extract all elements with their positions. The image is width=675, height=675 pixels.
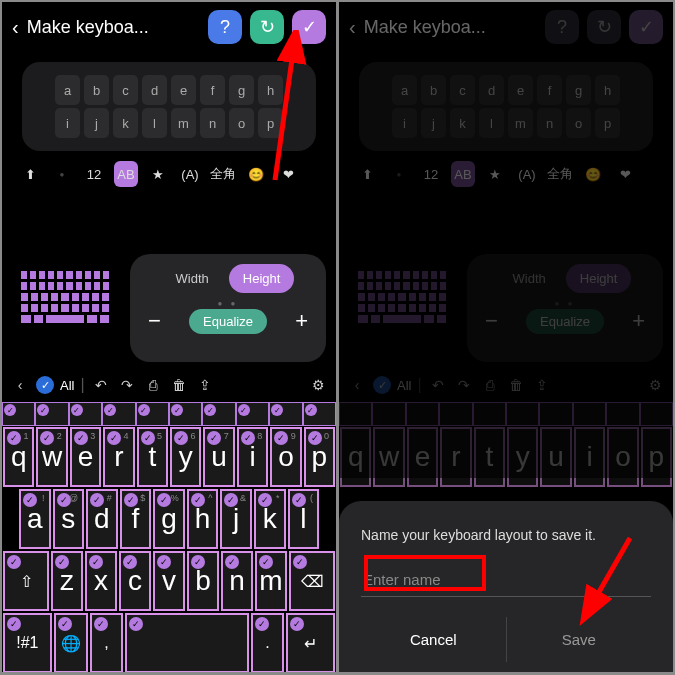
key[interactable]: n bbox=[200, 108, 225, 138]
tab-ab[interactable]: AB bbox=[114, 161, 138, 187]
key[interactable]: i bbox=[55, 108, 80, 138]
key-n[interactable]: ✓n bbox=[221, 551, 253, 611]
key-l[interactable]: ✓(l bbox=[288, 489, 320, 549]
tab-layout[interactable]: ⬆ bbox=[18, 161, 42, 187]
page-dots: ● ● bbox=[140, 299, 316, 308]
numkey[interactable]: ✓ bbox=[303, 402, 336, 426]
key-v[interactable]: ✓v bbox=[153, 551, 185, 611]
tab-star[interactable]: ★ bbox=[146, 161, 170, 187]
key-k[interactable]: ✓*k bbox=[254, 489, 286, 549]
back-icon[interactable]: ‹ bbox=[12, 16, 19, 39]
key-shift[interactable]: ✓⇧ bbox=[3, 551, 49, 611]
adjust-panel: Width Height ● ● − Equalize + bbox=[130, 254, 326, 362]
key-h[interactable]: ✓^h bbox=[187, 489, 219, 549]
key[interactable]: m bbox=[171, 108, 196, 138]
svg-line-1 bbox=[275, 38, 295, 180]
numkey[interactable]: ✓ bbox=[169, 402, 202, 426]
numkey[interactable]: ✓ bbox=[102, 402, 135, 426]
key-c[interactable]: ✓c bbox=[119, 551, 151, 611]
keyboard-toolbar: ‹ ✓ All | ↶ ↷ ⎙ 🗑 ⇪ ⚙ bbox=[2, 368, 336, 402]
select-all-check[interactable]: ✓ bbox=[36, 376, 54, 394]
key-z[interactable]: ✓z bbox=[51, 551, 83, 611]
key[interactable]: b bbox=[84, 75, 109, 105]
tab-paren[interactable]: (A) bbox=[178, 161, 202, 187]
tab-fullwidth[interactable]: 全角 bbox=[210, 161, 236, 187]
key-space[interactable]: ✓ bbox=[125, 613, 248, 672]
key-f[interactable]: ✓$f bbox=[120, 489, 152, 549]
key-y[interactable]: ✓6y bbox=[170, 427, 201, 487]
layout-thumbnail[interactable] bbox=[20, 270, 110, 340]
back-icon[interactable]: ‹ bbox=[10, 377, 30, 393]
dot-icon: ● bbox=[50, 161, 74, 187]
key-enter[interactable]: ✓↵ bbox=[286, 613, 335, 672]
key-g[interactable]: ✓%g bbox=[153, 489, 185, 549]
key-e[interactable]: ✓3e bbox=[70, 427, 101, 487]
key-o[interactable]: ✓9o bbox=[270, 427, 301, 487]
key-backspace[interactable]: ✓⌫ bbox=[289, 551, 335, 611]
num-row: ✓✓✓✓✓✓✓✓✓✓ bbox=[2, 402, 336, 426]
svg-line-3 bbox=[587, 538, 630, 613]
divider: | bbox=[80, 376, 84, 394]
highlight-enter-name bbox=[364, 555, 486, 591]
key[interactable]: j bbox=[84, 108, 109, 138]
keyboard-editor: ‹ ✓ All | ↶ ↷ ⎙ 🗑 ⇪ ⚙ ✓✓✓✓✓✓✓✓✓✓ ✓1q ✓2w… bbox=[2, 368, 336, 672]
key[interactable]: d bbox=[142, 75, 167, 105]
trash-icon[interactable]: 🗑 bbox=[169, 377, 189, 393]
page-title: Make keyboa... bbox=[27, 17, 200, 38]
key-b[interactable]: ✓b bbox=[187, 551, 219, 611]
key[interactable]: a bbox=[55, 75, 80, 105]
key-w[interactable]: ✓2w bbox=[36, 427, 67, 487]
key[interactable]: e bbox=[171, 75, 196, 105]
numkey[interactable]: ✓ bbox=[202, 402, 235, 426]
settings-icon[interactable]: ⚙ bbox=[308, 377, 328, 393]
plus-button[interactable]: + bbox=[295, 308, 308, 334]
arrow-to-save bbox=[575, 528, 645, 628]
key-t[interactable]: ✓5t bbox=[137, 427, 168, 487]
key-x[interactable]: ✓x bbox=[85, 551, 117, 611]
height-tab[interactable]: Height bbox=[229, 264, 295, 293]
arrow-to-confirm bbox=[245, 30, 315, 190]
numkey[interactable]: ✓ bbox=[236, 402, 269, 426]
equalize-button[interactable]: Equalize bbox=[189, 309, 267, 334]
key[interactable]: k bbox=[113, 108, 138, 138]
undo-icon[interactable]: ↶ bbox=[91, 377, 111, 393]
key-m[interactable]: ✓m bbox=[255, 551, 287, 611]
numkey[interactable]: ✓ bbox=[35, 402, 68, 426]
key-s[interactable]: ✓@s bbox=[53, 489, 85, 549]
width-tab[interactable]: Width bbox=[162, 264, 223, 293]
key[interactable]: l bbox=[142, 108, 167, 138]
cancel-button[interactable]: Cancel bbox=[361, 617, 507, 662]
key-globe[interactable]: ✓🌐 bbox=[54, 613, 88, 672]
key-p[interactable]: ✓0p bbox=[304, 427, 335, 487]
select-all-label[interactable]: All bbox=[60, 378, 74, 393]
minus-button[interactable]: − bbox=[148, 308, 161, 334]
tab-12[interactable]: 12 bbox=[82, 161, 106, 187]
numkey[interactable]: ✓ bbox=[2, 402, 35, 426]
key-symbols[interactable]: ✓!#1 bbox=[3, 613, 52, 672]
paste-icon[interactable]: ⎙ bbox=[143, 377, 163, 393]
help-button[interactable]: ? bbox=[208, 10, 242, 44]
key-a[interactable]: ✓!a bbox=[19, 489, 51, 549]
key-d[interactable]: ✓#d bbox=[86, 489, 118, 549]
key-r[interactable]: ✓4r bbox=[103, 427, 134, 487]
key-j[interactable]: ✓&j bbox=[220, 489, 252, 549]
key-period[interactable]: ✓. bbox=[251, 613, 285, 672]
key-comma[interactable]: ✓, bbox=[90, 613, 124, 672]
key-q[interactable]: ✓1q bbox=[3, 427, 34, 487]
numkey[interactable]: ✓ bbox=[269, 402, 302, 426]
modal-overlay[interactable] bbox=[339, 2, 673, 478]
redo-icon[interactable]: ↷ bbox=[117, 377, 137, 393]
numkey[interactable]: ✓ bbox=[69, 402, 102, 426]
numkey[interactable]: ✓ bbox=[136, 402, 169, 426]
key[interactable]: f bbox=[200, 75, 225, 105]
key-i[interactable]: ✓8i bbox=[237, 427, 268, 487]
share-icon[interactable]: ⇪ bbox=[195, 377, 215, 393]
key-u[interactable]: ✓7u bbox=[203, 427, 234, 487]
key[interactable]: c bbox=[113, 75, 138, 105]
